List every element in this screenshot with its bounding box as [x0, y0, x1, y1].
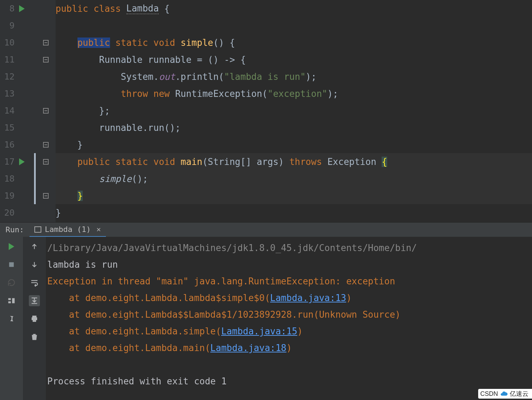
gutter: 891011121314151617181920	[0, 0, 56, 222]
gutter-line[interactable]: 20	[0, 204, 56, 221]
code-line[interactable]: public class Lambda {	[56, 0, 532, 17]
console-line: at demo.eight.Lambda.lambda$simple$0(Lam…	[47, 290, 531, 306]
run-gutter-icon[interactable]	[15, 5, 29, 12]
console-line	[47, 356, 531, 373]
code-line[interactable]: runnable.run();	[56, 119, 532, 136]
stacktrace-link[interactable]: Lambda.java:15	[221, 326, 297, 336]
gutter-line[interactable]: 13	[0, 85, 56, 102]
fold-column[interactable]	[38, 108, 53, 114]
console-line: lambda is run	[47, 256, 531, 273]
pin-icon[interactable]	[6, 313, 17, 324]
stacktrace-link[interactable]: Lambda.java:13	[270, 293, 346, 303]
line-number: 10	[0, 38, 15, 48]
line-number: 18	[0, 174, 15, 184]
gutter-line[interactable]: 10	[0, 34, 56, 51]
console-line: at demo.eight.Lambda.simple(Lambda.java:…	[47, 323, 531, 340]
code-line[interactable]: }	[56, 204, 532, 221]
cloud-icon	[500, 390, 508, 398]
console-line: at demo.eight.Lambda.main(Lambda.java:18…	[47, 340, 531, 356]
down-icon[interactable]	[29, 259, 40, 270]
svg-rect-3	[12, 298, 15, 303]
code-line[interactable]: public static void main(String[] args) t…	[56, 153, 532, 170]
line-number: 11	[0, 55, 15, 65]
svg-rect-1	[8, 298, 11, 300]
code-line[interactable]: }	[56, 187, 532, 204]
console-line: /Library/Java/JavaVirtualMachines/jdk1.8…	[47, 240, 531, 256]
fold-column[interactable]	[38, 57, 53, 62]
gutter-line[interactable]: 17	[0, 153, 56, 170]
line-number: 14	[0, 106, 15, 116]
fold-column[interactable]	[38, 40, 53, 45]
gutter-line[interactable]: 14	[0, 102, 56, 119]
console-line: Exception in thread "main" java.lang.Run…	[47, 273, 531, 290]
gutter-line[interactable]: 8	[0, 0, 56, 17]
gutter-line[interactable]: 18	[0, 170, 56, 187]
code-editor[interactable]: 891011121314151617181920 public class La…	[0, 0, 532, 222]
close-icon[interactable]: ×	[96, 225, 101, 234]
run-tab[interactable]: Lambda (1) ×	[30, 223, 106, 237]
trash-icon[interactable]	[29, 331, 40, 342]
line-number: 16	[0, 140, 15, 150]
gutter-line[interactable]: 15	[0, 119, 56, 136]
fold-column[interactable]	[38, 193, 53, 199]
gutter-line[interactable]: 11	[0, 51, 56, 68]
gutter-line[interactable]: 12	[0, 68, 56, 85]
console-line: at demo.eight.Lambda$$Lambda$1/102389292…	[47, 306, 531, 323]
line-number: 20	[0, 208, 15, 218]
restart-icon[interactable]	[6, 277, 17, 288]
window-icon	[34, 226, 41, 232]
console-output[interactable]: /Library/Java/JavaVirtualMachines/jdk1.8…	[46, 237, 532, 400]
line-number: 9	[0, 20, 15, 31]
code-line[interactable]	[56, 17, 532, 34]
gutter-line[interactable]: 16	[0, 136, 56, 153]
code-line[interactable]: };	[56, 102, 532, 119]
run-tab-label: Lambda (1)	[45, 225, 91, 234]
line-number: 13	[0, 89, 15, 99]
line-number: 17	[0, 157, 15, 167]
run-tool-header: Run: Lambda (1) ×	[0, 222, 532, 237]
fold-column[interactable]	[38, 159, 53, 165]
code-line[interactable]: Runnable runnable = () -> {	[56, 51, 532, 68]
watermark: CSDN 亿速云	[478, 389, 532, 399]
code-area[interactable]: public class Lambda { public static void…	[56, 0, 532, 222]
run-toolbar-inner	[23, 237, 46, 400]
stop-icon[interactable]	[6, 259, 17, 270]
line-number: 12	[0, 72, 15, 82]
soft-wrap-icon[interactable]	[29, 277, 40, 288]
run-gutter-icon[interactable]	[15, 158, 29, 165]
stacktrace-link[interactable]: Lambda.java:18	[210, 343, 286, 353]
run-tool-body: /Library/Java/JavaVirtualMachines/jdk1.8…	[0, 237, 532, 400]
code-line[interactable]: simple();	[56, 170, 532, 187]
fold-column[interactable]	[38, 142, 53, 148]
run-toolbar-left	[0, 237, 23, 400]
code-line[interactable]: System.out.println("lambda is run");	[56, 68, 532, 85]
gutter-line[interactable]: 19	[0, 187, 56, 204]
line-number: 15	[0, 123, 15, 133]
line-number: 8	[0, 3, 15, 14]
svg-rect-2	[8, 301, 11, 303]
code-line[interactable]: public static void simple() {	[56, 34, 532, 51]
rerun-icon[interactable]	[6, 241, 17, 252]
up-icon[interactable]	[29, 241, 40, 252]
print-icon[interactable]	[29, 313, 40, 324]
run-label: Run:	[0, 225, 30, 234]
code-line[interactable]: }	[56, 136, 532, 153]
gutter-line[interactable]: 9	[0, 17, 56, 34]
line-number: 19	[0, 191, 15, 201]
code-line[interactable]: throw new RuntimeException("exception");	[56, 85, 532, 102]
scroll-to-end-icon[interactable]	[29, 295, 40, 306]
layout-icon[interactable]	[6, 295, 17, 306]
svg-rect-0	[9, 262, 14, 267]
console-line: Process finished with exit code 1	[47, 373, 531, 390]
